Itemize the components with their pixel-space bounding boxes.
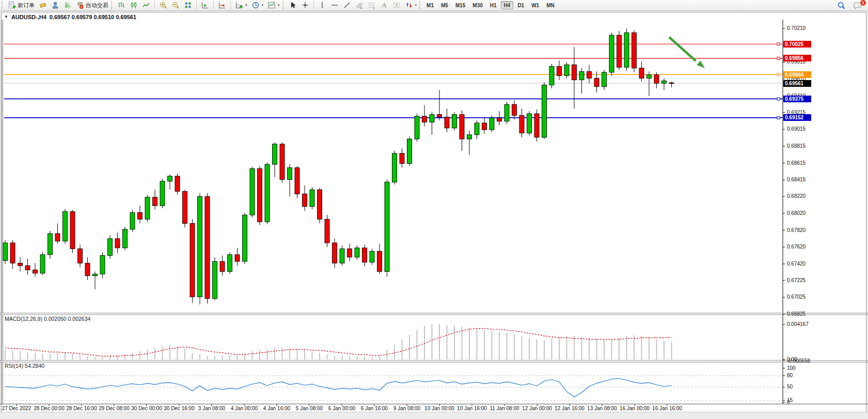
- candle-body: [392, 153, 397, 182]
- candlestick-chart-canvas[interactable]: [0, 0, 868, 419]
- hline-anchor[interactable]: [777, 116, 780, 119]
- macd-histogram-bar: [364, 356, 365, 360]
- candle-body: [370, 251, 374, 262]
- macd-histogram-bar: [671, 343, 672, 360]
- candlestick-chart-icon: [130, 1, 138, 9]
- timeframe-w1-button[interactable]: W1: [528, 1, 542, 9]
- trend-arrow-head[interactable]: [697, 60, 705, 68]
- macd-histogram-bar: [199, 354, 200, 360]
- channel-tool-button[interactable]: E: [353, 1, 366, 10]
- hline-anchor[interactable]: [777, 98, 780, 100]
- candle-body: [220, 261, 225, 272]
- timeframe-m1-button[interactable]: M1: [423, 1, 437, 9]
- text-tool-button[interactable]: A: [378, 1, 390, 10]
- periods-button[interactable]: ▾: [249, 1, 266, 10]
- macd-histogram-bar: [626, 336, 627, 360]
- macd-histogram-bar: [499, 332, 500, 360]
- new-order-button[interactable]: 新订单: [6, 1, 37, 10]
- timeframe-h1-button[interactable]: H1: [487, 1, 500, 9]
- horizontal-line-icon: [330, 1, 339, 9]
- trendline-tool-button[interactable]: [341, 1, 353, 10]
- macd-histogram-bar: [379, 356, 380, 360]
- timeframe-m15-button[interactable]: M15: [452, 1, 468, 9]
- candle-body: [587, 71, 592, 78]
- candle-body: [647, 75, 652, 79]
- auto-trading-button[interactable]: 自动交易: [74, 1, 111, 10]
- candle-body: [617, 35, 622, 67]
- candle-body: [265, 164, 270, 222]
- macd-histogram-bar: [357, 356, 358, 360]
- tile-windows-button[interactable]: [182, 1, 194, 10]
- template-icon: [267, 1, 276, 9]
- notifications-button[interactable]: 1: [851, 1, 864, 10]
- vertical-line-icon: [318, 1, 326, 9]
- candle-body: [258, 168, 262, 222]
- macd-histogram-bar: [664, 341, 665, 360]
- chart-ohlc-values: 0.69567 0.69579 0.69510 0.69561: [50, 14, 136, 20]
- signals-button[interactable]: [61, 1, 74, 10]
- text-icon: A: [380, 1, 388, 9]
- macd-histogram-bar: [409, 335, 410, 360]
- macd-histogram-bar: [192, 353, 193, 360]
- zoom-in-button[interactable]: [157, 1, 169, 10]
- horizontal-line-tool-button[interactable]: [328, 1, 341, 10]
- macd-histogram-bar: [184, 349, 185, 360]
- candle-body: [288, 168, 292, 180]
- arrows-tool-button[interactable]: ▾: [403, 1, 419, 10]
- candle-body: [340, 249, 344, 263]
- candle-body: [527, 114, 532, 133]
- macd-histogram-bar: [50, 354, 51, 360]
- line-chart-mode-button[interactable]: [140, 1, 152, 10]
- search-icon: [837, 1, 846, 10]
- auto-scroll-button[interactable]: [199, 1, 211, 10]
- candlestick-mode-button[interactable]: [128, 1, 140, 10]
- macd-histogram-bar: [559, 337, 560, 360]
- toolbar-separator: [230, 1, 231, 9]
- bar-chart-mode-button[interactable]: [115, 1, 128, 10]
- candle-body: [138, 212, 143, 219]
- chart-shift-button[interactable]: [216, 1, 228, 10]
- trend-arrow-annotation[interactable]: [669, 37, 696, 61]
- timeframe-d1-button[interactable]: D1: [514, 1, 527, 9]
- candle-body: [602, 72, 607, 87]
- candle-body: [213, 261, 217, 299]
- candle-body: [400, 153, 404, 164]
- macd-histogram-bar: [417, 330, 418, 360]
- hline-anchor[interactable]: [777, 57, 780, 59]
- new-order-icon: [8, 1, 16, 9]
- crosshair-tool-button[interactable]: [299, 1, 311, 10]
- hline-anchor[interactable]: [777, 43, 780, 45]
- timeframe-h4-button[interactable]: H4: [501, 1, 514, 9]
- macd-signal-line: [5, 329, 672, 356]
- notification-badge: 1: [860, 0, 866, 6]
- zoom-out-button[interactable]: [169, 1, 182, 10]
- candle-body: [85, 263, 90, 276]
- community-button[interactable]: [49, 1, 61, 10]
- hline-anchor[interactable]: [777, 73, 780, 76]
- cursor-tool-button[interactable]: [287, 1, 299, 10]
- main-toolbar: 新订单 自动交易 ▾ ▾ ▾ E F A T ▾: [0, 0, 868, 11]
- candle-body: [490, 118, 494, 130]
- candle-body: [362, 248, 367, 262]
- candle-body: [10, 243, 15, 263]
- fibonacci-tool-button[interactable]: F: [366, 1, 378, 10]
- candle-body: [40, 255, 45, 273]
- svg-text:T: T: [395, 3, 398, 8]
- text-label-tool-button[interactable]: T: [390, 1, 403, 10]
- search-button[interactable]: [835, 1, 848, 10]
- timeframe-m30-button[interactable]: M30: [469, 1, 485, 9]
- timeframe-mn-button[interactable]: MN: [543, 1, 558, 9]
- market-watch-button[interactable]: [37, 1, 49, 10]
- candle-body: [325, 219, 329, 243]
- candle-body: [318, 190, 322, 219]
- collapse-arrow-icon[interactable]: ▼: [4, 14, 8, 19]
- indicators-button[interactable]: ▾: [233, 1, 249, 10]
- macd-histogram-bar: [259, 350, 260, 360]
- macd-histogram-bar: [492, 331, 493, 360]
- vertical-line-tool-button[interactable]: [316, 1, 328, 10]
- templates-button[interactable]: ▾: [265, 1, 282, 10]
- candle-body: [355, 248, 359, 257]
- candle-body: [70, 212, 75, 249]
- timeframe-m5-button[interactable]: M5: [438, 1, 451, 9]
- candle-body: [579, 71, 584, 80]
